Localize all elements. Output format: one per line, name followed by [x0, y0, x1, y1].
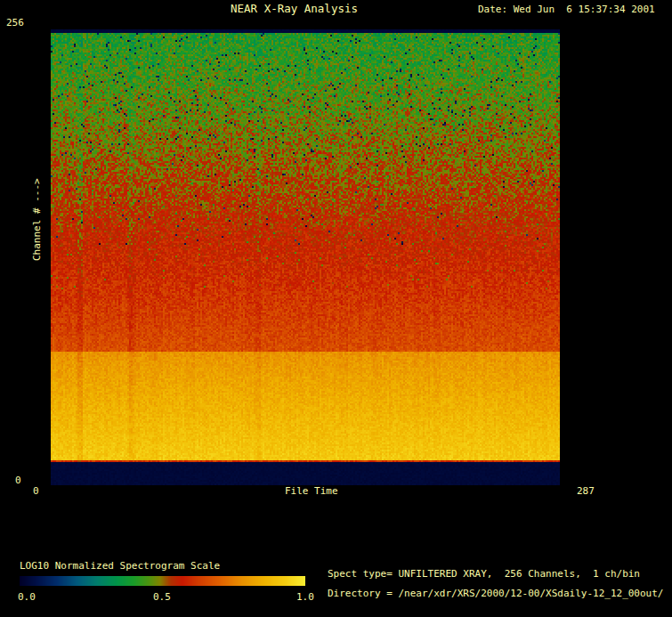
y-axis-title: Channel # ---> [32, 178, 43, 261]
y-axis-min-tick: 0 [15, 475, 21, 486]
colorbar-tick-mid: 0.5 [153, 592, 171, 603]
colorbar-gradient [20, 576, 305, 586]
colorbar-title: LOG10 Normalized Spectrogram Scale [20, 561, 220, 572]
page-title: NEAR X-Ray Analysis [231, 4, 358, 14]
app-window: { "header": { "title": "NEAR X-Ray Analy… [0, 0, 672, 617]
colorbar-tick-max: 1.0 [296, 592, 314, 603]
spect-type-info: Spect type= UNFILTERED XRAY, 256 Channel… [328, 569, 640, 580]
x-axis-max-tick: 287 [577, 486, 595, 497]
x-axis-title: File Time [285, 486, 338, 497]
directory-info: Directory = /near/xdr/XRS/2000/12-00/XSd… [328, 589, 664, 599]
date-label: Date: Wed Jun 6 15:37:34 2001 [478, 4, 655, 15]
colorbar-tick-min: 0.0 [18, 592, 36, 603]
x-axis-min-tick: 0 [33, 486, 39, 497]
spectrogram-image [51, 29, 560, 485]
y-axis-max-tick: 256 [6, 18, 24, 28]
